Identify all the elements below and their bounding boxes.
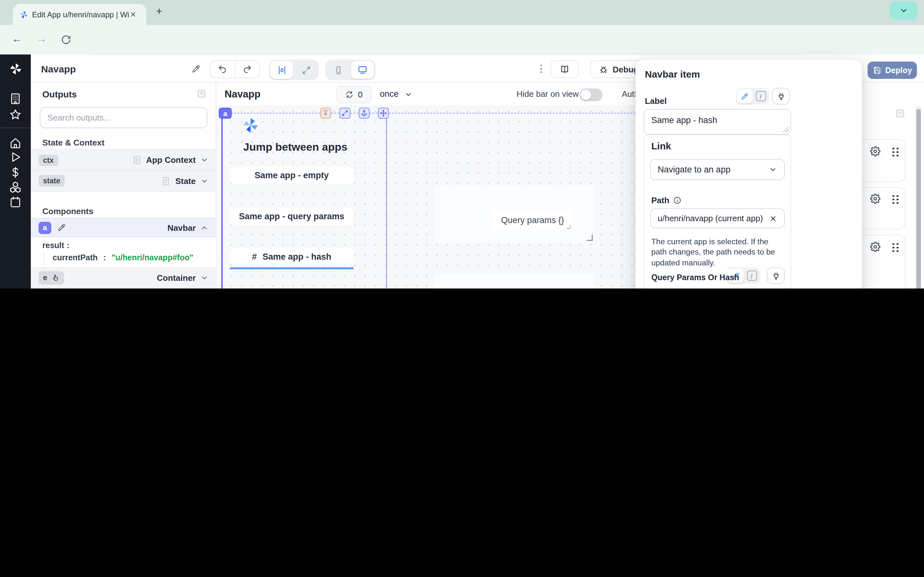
collapse-panel-icon[interactable] (895, 108, 905, 119)
drag-grip-icon[interactable] (891, 242, 899, 252)
edit-pencil-button[interactable] (737, 89, 753, 103)
centered-layout-button[interactable] (270, 61, 293, 79)
nav-item-query-params[interactable]: Same app - query params (230, 208, 354, 225)
refresh-count-button[interactable]: 0 (336, 86, 372, 103)
query-params-text-box[interactable]: Query params {} (493, 210, 572, 230)
function-button[interactable]: ƒ (753, 89, 769, 103)
ctx-key-badge: ctx (39, 154, 58, 166)
navbar-result-tree: result : currentPath : "u/henri/navapp#f… (31, 237, 216, 268)
card-controls (870, 242, 899, 252)
path-help-text: The current app is selected. If the path… (651, 237, 782, 268)
path-input[interactable]: u/henri/navapp (current app) (650, 208, 785, 228)
browser-tab[interactable]: Edit App u/henri/navapp | Win (13, 4, 146, 25)
tab-search-button[interactable] (889, 1, 918, 20)
hash-container[interactable]: Hash: "#foo" (435, 274, 595, 288)
undo-button[interactable] (210, 61, 236, 77)
browser-toolbar: ← → app.windmill.dev/apps/edit/u/henri/n… (0, 25, 924, 55)
doc-icon (132, 155, 142, 165)
info-icon (673, 196, 682, 205)
current-path-value: "u/henri/navapp#foo" (111, 253, 193, 262)
label-input-mode-group: ƒ (736, 88, 769, 105)
component-insert-icon[interactable] (320, 108, 331, 119)
hide-bar-label: Hide bar on view (517, 89, 579, 99)
desktop-preview-button[interactable] (351, 61, 374, 79)
hide-bar-toggle[interactable] (580, 89, 603, 101)
card-controls (870, 193, 899, 204)
deploy-button[interactable]: Deploy (867, 61, 917, 79)
chevron-up-icon[interactable] (200, 223, 208, 232)
favorites-star-icon[interactable] (9, 108, 22, 121)
undo-redo-group (210, 60, 260, 78)
nav-item-hash[interactable]: # Same app - hash (230, 248, 354, 266)
nav-item-empty[interactable]: Same app - empty (230, 167, 354, 184)
component-move-icon[interactable] (378, 108, 389, 119)
container-e-badge: e (39, 271, 64, 284)
forward-button[interactable]: → (36, 33, 47, 45)
chevron-down-icon[interactable] (200, 177, 208, 185)
collapse-panel-icon[interactable] (196, 89, 207, 99)
screen: Edit App u/henri/navapp | Win + ← → app.… (0, 0, 924, 288)
ctx-row[interactable]: ctx App Context (31, 149, 216, 171)
chevron-down-icon[interactable] (404, 90, 413, 99)
mobile-preview-button[interactable] (326, 61, 350, 79)
component-anchor-icon[interactable] (359, 108, 370, 119)
connect-plug-button[interactable] (772, 88, 790, 105)
chevron-down-icon (899, 6, 908, 15)
variables-dollar-icon[interactable] (9, 166, 22, 179)
popover-title: Navbar item (645, 69, 700, 79)
path-label: Path (651, 195, 669, 205)
sidebar-divider (0, 127, 31, 128)
home-icon[interactable] (9, 137, 22, 149)
component-expand-icon[interactable] (339, 108, 351, 119)
link-type-select[interactable]: Navigate to an app (650, 159, 785, 180)
fullscreen-layout-button[interactable] (294, 61, 318, 79)
reload-button[interactable] (61, 35, 71, 45)
panel-scrollbar-thumb[interactable] (916, 109, 921, 288)
edit-title-pencil-icon[interactable] (191, 64, 201, 74)
components-heading: Components (42, 206, 94, 216)
selected-component-tag[interactable]: a (219, 108, 232, 119)
gear-icon[interactable] (870, 193, 880, 204)
current-path-colon: : (103, 253, 106, 262)
container-e-row[interactable]: e Container (31, 268, 216, 288)
tab-close-icon[interactable] (129, 11, 137, 18)
navbar-id-badge: a (39, 221, 51, 234)
connect-plug-button[interactable] (767, 268, 785, 284)
new-tab-button[interactable]: + (156, 5, 162, 18)
more-options-icon[interactable]: ⋮ (536, 63, 546, 74)
label-value-textarea[interactable]: Same app - hash (644, 109, 791, 135)
label-label: Label (645, 96, 667, 106)
schedules-calendar-icon[interactable] (9, 195, 22, 208)
runs-play-icon[interactable] (9, 151, 22, 163)
preview-windmill-logo-icon (242, 117, 259, 134)
deploy-label: Deploy (885, 66, 912, 75)
chevron-down-icon[interactable] (200, 274, 208, 282)
book-icon (559, 64, 570, 74)
gear-icon[interactable] (870, 146, 880, 156)
state-row[interactable]: state State (31, 171, 216, 192)
drag-grip-icon[interactable] (891, 193, 899, 204)
clear-x-icon[interactable] (769, 214, 777, 222)
outputs-panel: Outputs State & Context ctx App Context … (31, 83, 216, 288)
container-d-row[interactable]: d Container (31, 288, 216, 288)
docs-book-button[interactable] (551, 60, 579, 78)
redo-button[interactable] (236, 61, 259, 77)
refresh-mode-select[interactable]: once (380, 89, 399, 99)
navbar-component-row[interactable]: a Navbar (31, 218, 216, 237)
query-params-container[interactable]: Query params {} (435, 185, 595, 243)
search-input[interactable] (40, 107, 207, 128)
drag-grip-icon[interactable] (891, 146, 899, 156)
back-button[interactable]: ← (11, 33, 23, 45)
gear-icon[interactable] (870, 242, 880, 252)
function-button[interactable]: ƒ (744, 269, 760, 283)
chevron-down-icon[interactable] (200, 156, 208, 164)
edit-pencil-icon[interactable] (57, 223, 66, 232)
workspace-building-icon[interactable] (9, 92, 22, 105)
resources-cubes-icon[interactable] (9, 181, 22, 193)
bug-icon (599, 64, 608, 74)
container-e-type: Container (157, 273, 196, 282)
windmill-logo-block[interactable] (0, 55, 31, 83)
refresh-count: 0 (358, 90, 363, 99)
doc-icon (161, 176, 171, 185)
tab-title: Edit App u/henri/navapp | Win (32, 10, 129, 19)
